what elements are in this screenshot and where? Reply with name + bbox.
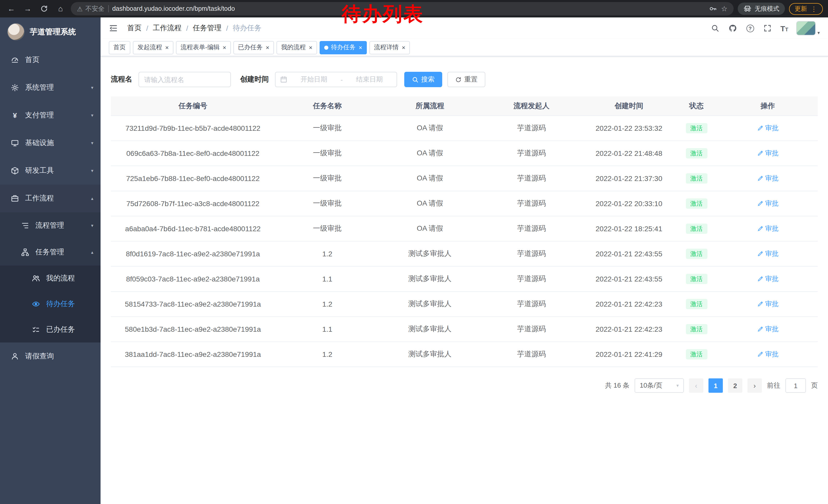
app-header: 芋道管理系统 <box>0 17 100 46</box>
sidebar-item-process-management[interactable]: 流程管理 ▾ <box>0 212 100 239</box>
next-page-button[interactable]: › <box>747 378 762 393</box>
status-badge: 激活 <box>686 173 707 184</box>
task-id-cell: 381aa1dd-7ac8-11ec-a9e2-a2380e71991a <box>111 350 275 358</box>
breadcrumb-home[interactable]: 首页 <box>127 24 141 33</box>
address-bar[interactable]: ⚠ 不安全 dashboard.yudao.iocoder.cn/bpm/tas… <box>71 2 734 15</box>
status-badge: 激活 <box>686 274 707 284</box>
approve-link[interactable]: 审批 <box>757 350 779 359</box>
reload-icon[interactable] <box>38 3 50 15</box>
sidebar-item-done-tasks[interactable]: 已办任务 <box>0 317 100 342</box>
page-button-2[interactable]: 2 <box>728 378 742 393</box>
sidebar-item-home[interactable]: 首页 <box>0 46 100 74</box>
task-name-cell: 1.2 <box>275 350 380 358</box>
sidebar-item-task-management[interactable]: 任务管理 ▴ <box>0 239 100 266</box>
sidebar-item-payment[interactable]: ¥ 支付管理 ▾ <box>0 101 100 129</box>
browser-update-button[interactable]: 更新 ⋮ <box>789 3 823 15</box>
process-cell: OA 请假 <box>380 174 480 183</box>
table-row: 069c6a63-7b8a-11ec-8ef0-acde48001122 一级审… <box>111 141 818 166</box>
forward-icon[interactable]: → <box>22 3 34 15</box>
tab-process-form-edit[interactable]: 流程表单-编辑 × <box>176 41 231 54</box>
breadcrumb-workflow[interactable]: 工作流程 <box>153 24 181 33</box>
table-row: 8f0d1619-7ac8-11ec-a9e2-a2380e71991a 1.2… <box>111 241 818 267</box>
approve-link[interactable]: 审批 <box>757 174 779 183</box>
sidebar-item-my-processes[interactable]: 我的流程 <box>0 266 100 291</box>
approve-link[interactable]: 审批 <box>757 274 779 283</box>
approve-link[interactable]: 审批 <box>757 149 779 158</box>
goto-page-input[interactable] <box>785 378 806 393</box>
prev-page-button[interactable]: ‹ <box>689 378 703 393</box>
sidebar-item-system[interactable]: 系统管理 ▾ <box>0 74 100 101</box>
approve-link[interactable]: 审批 <box>757 199 779 208</box>
table-header-row: 任务编号 任务名称 所属流程 流程发起人 创建时间 状态 操作 <box>111 96 818 116</box>
gear-icon <box>11 84 19 92</box>
sidebar-item-workflow[interactable]: 工作流程 ▴ <box>0 185 100 212</box>
search-icon[interactable] <box>710 24 720 33</box>
tab-home[interactable]: 首页 <box>109 41 130 54</box>
sidebar-item-todo-tasks[interactable]: 待办任务 <box>0 291 100 317</box>
tab-my-processes[interactable]: 我的流程 × <box>277 41 317 54</box>
status-cell: 激活 <box>675 198 718 209</box>
url-text[interactable]: dashboard.yudao.iocoder.cn/bpm/task/todo <box>112 5 235 12</box>
page-size-select[interactable]: 10条/页 ▾ <box>634 378 684 393</box>
close-icon[interactable]: × <box>266 44 269 50</box>
task-name-cell: 一级审批 <box>275 224 380 233</box>
avatar[interactable] <box>796 21 816 35</box>
range-separator: - <box>341 76 343 83</box>
create-time-cell: 2022-01-22 21:37:30 <box>583 174 675 183</box>
search-button[interactable]: 搜索 <box>404 72 442 87</box>
close-icon[interactable]: × <box>402 44 405 50</box>
close-icon[interactable]: × <box>165 44 169 50</box>
sidebar-item-leave-query[interactable]: 请假查询 <box>0 342 100 370</box>
fullscreen-icon[interactable] <box>763 24 772 33</box>
task-id-cell: a6aba0a4-7b6d-11ec-b781-acde48001122 <box>111 225 275 233</box>
user-menu[interactable]: ▾ <box>796 21 820 35</box>
task-name-cell: 一级审批 <box>275 199 380 208</box>
process-name-input[interactable] <box>138 72 231 87</box>
operation-cell: 审批 <box>718 149 818 158</box>
approve-link[interactable]: 审批 <box>757 249 779 259</box>
tab-start-process[interactable]: 发起流程 × <box>133 41 173 54</box>
tree-list-icon <box>21 222 29 230</box>
page-button-1[interactable]: 1 <box>708 378 723 393</box>
task-id-cell: 069c6a63-7b8a-11ec-8ef0-acde48001122 <box>111 149 275 157</box>
divider <box>108 5 109 12</box>
back-icon[interactable]: ← <box>5 3 17 15</box>
reset-button[interactable]: 重置 <box>447 72 485 87</box>
help-icon[interactable]: ? <box>745 24 755 33</box>
close-icon[interactable]: × <box>359 44 362 50</box>
end-date-placeholder[interactable]: 结束日期 <box>347 75 392 84</box>
breadcrumb-task-management[interactable]: 任务管理 <box>193 24 222 33</box>
approve-link[interactable]: 审批 <box>757 300 779 309</box>
start-date-placeholder[interactable]: 开始日期 <box>291 75 336 84</box>
column-header-task-id: 任务编号 <box>111 101 275 110</box>
tab-todo-tasks[interactable]: 待办任务 × <box>320 41 367 54</box>
github-icon[interactable] <box>728 24 737 33</box>
table-row: a6aba0a4-7b6d-11ec-b781-acde48001122 一级审… <box>111 216 818 241</box>
chevron-down-icon: ▾ <box>91 85 93 90</box>
page-content: 流程名 创建时间 开始日期 - 结束日期 搜索 <box>100 56 828 504</box>
approve-link[interactable]: 审批 <box>757 325 779 334</box>
approve-link[interactable]: 审批 <box>757 124 779 133</box>
close-icon[interactable]: × <box>309 44 313 50</box>
yen-icon: ¥ <box>11 111 19 120</box>
task-id-cell: 8f0d1619-7ac8-11ec-a9e2-a2380e71991a <box>111 250 275 258</box>
initiator-cell: 芋道源码 <box>480 325 583 334</box>
sidebar-toggle-icon[interactable] <box>109 24 118 33</box>
tab-done-tasks[interactable]: 已办任务 × <box>234 41 274 54</box>
tab-process-detail[interactable]: 流程详情 × <box>369 41 410 54</box>
home-icon[interactable]: ⌂ <box>54 3 67 15</box>
person-icon <box>11 352 19 360</box>
password-key-icon[interactable] <box>709 5 717 13</box>
approve-link[interactable]: 审批 <box>757 224 779 233</box>
not-secure-warning[interactable]: ⚠ 不安全 <box>77 4 105 13</box>
sidebar-item-devtools[interactable]: 研发工具 ▾ <box>0 157 100 185</box>
sidebar-item-infrastructure[interactable]: 基础设施 ▾ <box>0 129 100 157</box>
browser-menu-icon[interactable]: ⋮ <box>811 5 817 12</box>
task-name-cell: 1.1 <box>275 275 380 283</box>
font-size-icon[interactable]: TT <box>780 25 788 32</box>
date-range-picker[interactable]: 开始日期 - 结束日期 <box>275 72 397 87</box>
close-icon[interactable]: × <box>223 44 226 50</box>
column-header-operation: 操作 <box>718 101 818 110</box>
bookmark-star-icon[interactable]: ☆ <box>721 5 728 13</box>
incognito-label: 无痕模式 <box>755 4 779 13</box>
